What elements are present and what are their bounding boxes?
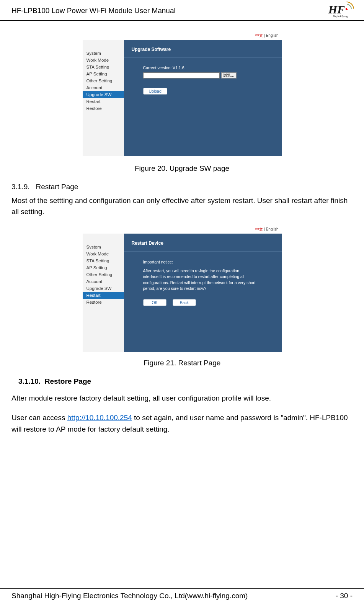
sidebar-item-ap-setting[interactable]: AP Setting [83, 264, 124, 271]
panel-title: Restart Device [124, 234, 282, 252]
notice-title: Important notice: [143, 259, 274, 265]
sidebar-item-restore[interactable]: Restore [83, 299, 124, 306]
brand-logo: HF High-Flying [328, 3, 353, 18]
figure-20-caption: Figure 20. Upgrade SW page [11, 164, 353, 173]
sidebar-item-work-mode[interactable]: Work Mode [83, 250, 124, 257]
section-319-body: Most of the settting and configuration c… [11, 195, 353, 218]
page-footer: Shanghai High-Flying Electronics Technol… [0, 588, 364, 600]
sidebar-item-other-setting[interactable]: Other Setting [83, 77, 124, 84]
current-version-label: Current version: V1.1.6 [143, 65, 274, 70]
footer-company: Shanghai High-Flying Electronics Technol… [11, 592, 248, 600]
document-title: HF-LPB100 Low Power Wi-Fi Module User Ma… [11, 7, 176, 15]
sidebar-item-restart[interactable]: Restart [83, 292, 124, 299]
sidebar-item-sta-setting[interactable]: STA Setting [83, 64, 124, 70]
sidebar-item-upgrade-sw[interactable]: Upgrade SW [83, 91, 124, 98]
sidebar-nav: System Work Mode STA Setting AP Setting … [83, 234, 124, 352]
sidebar-item-restart[interactable]: Restart [83, 98, 124, 105]
sidebar-item-restore[interactable]: Restore [83, 105, 124, 112]
config-url-link[interactable]: http://10.10.100.254 [67, 414, 132, 422]
page-header: HF-LPB100 Low Power Wi-Fi Module User Ma… [0, 0, 364, 21]
ok-button[interactable]: OK [143, 299, 166, 306]
page-number: - 30 - [336, 592, 353, 600]
lang-english-link[interactable]: English [266, 227, 279, 231]
lang-chinese-link[interactable]: 中文 [255, 33, 263, 38]
sidebar-item-upgrade-sw[interactable]: Upgrade SW [83, 285, 124, 292]
figure-21: 中文 | English System Work Mode STA Settin… [11, 226, 353, 352]
main-panel-upgrade: Upgrade Software Current version: V1.1.6… [124, 40, 282, 156]
figure-21-caption: Figure 21. Restart Page [11, 359, 353, 367]
lang-english-link[interactable]: English [266, 33, 279, 38]
sidebar-item-system[interactable]: System [83, 50, 124, 57]
figure-20: 中文 | English System Work Mode STA Settin… [11, 32, 353, 156]
section-319-heading: 3.1.9.Restart Page [11, 183, 353, 191]
section-3110-body2: User can access http://10.10.100.254 to … [11, 412, 353, 435]
sidebar-item-ap-setting[interactable]: AP Setting [83, 70, 124, 77]
sidebar-nav: System Work Mode STA Setting AP Setting … [83, 40, 124, 156]
section-3110-heading: 3.1.10. Restore Page [11, 377, 353, 386]
sidebar-item-work-mode[interactable]: Work Mode [83, 57, 124, 64]
sidebar-item-other-setting[interactable]: Other Setting [83, 271, 124, 278]
section-3110-body1: After module restore factory default set… [11, 393, 353, 404]
main-panel-restart: Restart Device Important notice: After r… [124, 234, 282, 352]
notice-body: After restart, you will need to re-login… [143, 268, 258, 291]
back-button[interactable]: Back [173, 299, 196, 306]
sidebar-item-system[interactable]: System [83, 244, 124, 250]
signal-icon [346, 3, 353, 10]
sidebar-item-account[interactable]: Account [83, 278, 124, 285]
file-path-input[interactable] [143, 72, 220, 79]
language-switch: 中文 | English [83, 226, 282, 234]
panel-title: Upgrade Software [124, 40, 282, 58]
language-switch: 中文 | English [83, 32, 282, 40]
sidebar-item-account[interactable]: Account [83, 84, 124, 91]
upload-button[interactable]: Upload [143, 88, 167, 95]
lang-chinese-link[interactable]: 中文 [255, 227, 263, 231]
logo-text: HF [328, 3, 345, 16]
browse-button[interactable]: 浏览… [221, 72, 237, 79]
sidebar-item-sta-setting[interactable]: STA Setting [83, 257, 124, 264]
